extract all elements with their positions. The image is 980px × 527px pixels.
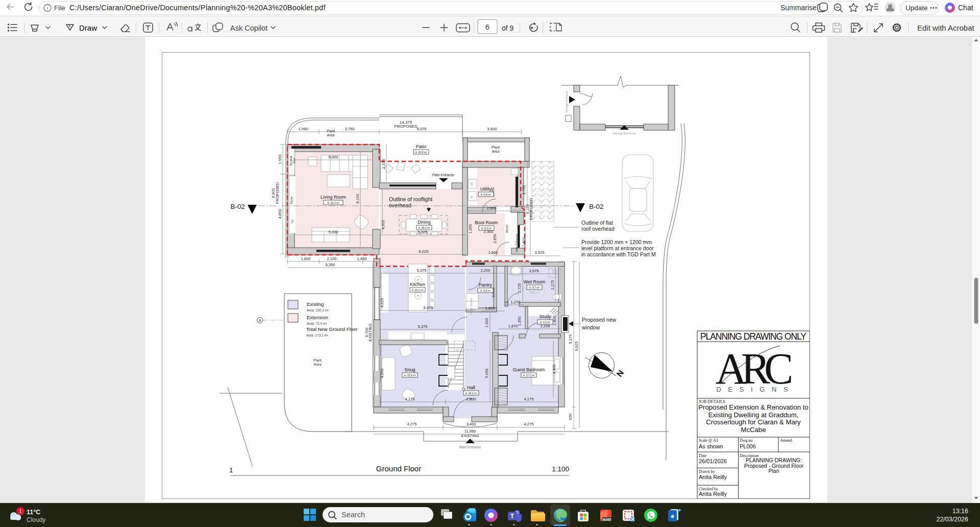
svg-text:6,100: 6,100 [355,194,360,204]
svg-text:Area: 100.3 m²: Area: 100.3 m² [307,308,329,312]
svg-text:A: 6.0 m²: A: 6.0 m² [540,321,551,324]
svg-text:Area: Area [314,363,322,366]
svg-text:overhead: overhead [389,202,411,208]
svg-text:Area: Area [327,133,335,137]
svg-text:2,800: 2,800 [467,397,476,401]
svg-text:Wet Room: Wet Room [524,279,545,284]
svg-text:3,400: 3,400 [467,422,476,426]
svg-text:A: 26.3 m²: A: 26.3 m² [418,226,430,229]
svg-text:Outline of rooflight: Outline of rooflight [389,196,432,202]
svg-text:T: T [510,513,514,520]
svg-text:A: 23.9 m²: A: 23.9 m² [415,151,427,154]
svg-text:♠: ♠ [671,512,674,520]
svg-text:Draw: Draw [79,23,97,32]
svg-text:Area: Area [492,150,500,153]
svg-text:D E S I G N S: D E S I G N S [716,386,790,393]
svg-text:1:100: 1:100 [552,465,569,473]
svg-text:Stove: Stove [290,196,293,204]
svg-text:4,850: 4,850 [278,209,282,219]
svg-text:1,950: 1,950 [299,127,308,131]
svg-text:Bench: Bench [505,225,508,233]
svg-text:5,000: 5,000 [329,155,338,159]
svg-text:6,025: 6,025 [419,249,429,254]
svg-text:Boot Room: Boot Room [475,220,498,225]
svg-text:2,200: 2,200 [481,268,491,273]
svg-text:1,800: 1,800 [301,256,311,261]
svg-text:2,100: 2,100 [327,256,337,261]
svg-text:Existing: Existing [307,301,324,307]
svg-text:4,500: 4,500 [381,220,385,230]
svg-text:File: File [54,4,65,12]
svg-text:Ground Floor: Ground Floor [376,464,421,473]
svg-text:2,275: 2,275 [550,280,555,290]
svg-text:W: W [470,196,473,199]
svg-text:A: 18.3 m²: A: 18.3 m² [465,392,477,395]
svg-text:A: 8.7 m²: A: 8.7 m² [529,286,540,289]
svg-text:3,750: 3,750 [522,185,526,195]
svg-text:Drawn by: Drawn by [699,469,715,474]
svg-text:McCabe: McCabe [741,426,766,434]
svg-text:5,075: 5,075 [417,127,427,131]
svg-text:C:/Users/Ciaran/OneDrive/Docum: C:/Users/Ciaran/OneDrive/Documents/Plann… [69,4,326,12]
svg-text:4,175: 4,175 [405,397,415,401]
svg-text:window: window [581,324,600,330]
svg-text:Hall: Hall [467,385,475,390]
svg-text:11°C: 11°C [27,509,40,516]
svg-text:Garage Entrance: Garage Entrance [612,132,636,135]
svg-text:Proposed new: Proposed new [582,317,617,323]
svg-text:A: 17.2 m²: A: 17.2 m² [523,374,534,377]
svg-text:5,350: 5,350 [326,262,335,267]
svg-text:As shown: As shown [699,443,723,449]
svg-text:Outline of flat: Outline of flat [581,220,613,226]
svg-text:4,275: 4,275 [407,422,417,426]
svg-text:4,000: 4,000 [380,369,384,378]
svg-text:5,050: 5,050 [484,369,489,378]
svg-text:5,375: 5,375 [418,324,428,329]
svg-text:B-02: B-02 [589,203,604,210]
svg-text:Plant: Plant [492,146,500,149]
svg-text:Proposed Extension & Renovatio: Proposed Extension & Renovation to [698,403,808,411]
svg-text:1,270: 1,270 [511,300,521,304]
svg-text:A: 6.6 m²: A: 6.6 m² [481,193,492,196]
svg-text:650: 650 [568,414,573,420]
svg-text:4,175: 4,175 [524,397,534,401]
svg-text:5,975: 5,975 [424,305,433,310]
svg-text:2,400: 2,400 [522,237,526,247]
svg-text:1,350: 1,350 [468,224,473,234]
svg-text:Main Entrance: Main Entrance [459,445,481,449]
svg-text:Crosserlough for Ciaran & Mary: Crosserlough for Ciaran & Mary [706,418,801,426]
svg-text:A: A [259,319,261,322]
svg-text:5,325: 5,325 [418,230,428,234]
svg-text:1: 1 [19,508,22,514]
svg-text:Chat: Chat [958,4,973,12]
svg-text:A: 31.4 m²: A: 31.4 m² [327,201,339,204]
svg-text:Anita Reilly: Anita Reilly [699,474,727,480]
svg-text:3,600: 3,600 [487,127,497,131]
svg-text:Amend.: Amend. [780,438,793,443]
svg-text:Living Room: Living Room [321,195,346,200]
svg-text:Area: 72.9 m²: Area: 72.9 m² [307,322,327,325]
svg-text:2,725: 2,725 [517,283,522,293]
svg-text:1,870: 1,870 [508,324,518,328]
svg-text:4,275: 4,275 [524,422,534,426]
svg-text:B-02: B-02 [230,203,245,210]
svg-text:Anita Reilly: Anita Reilly [699,491,727,497]
svg-text:Fridge Freezer: Fridge Freezer [470,298,473,315]
svg-text:Search: Search [341,511,365,519]
svg-text:in accordance with TGD Part M: in accordance with TGD Part M [581,251,656,257]
svg-text:1,950: 1,950 [278,155,282,164]
svg-text:Plant: Plant [313,358,322,362]
svg-text:2,900: 2,900 [487,206,497,210]
svg-text:Update: Update [905,4,928,12]
svg-text:Dining: Dining [418,220,431,225]
svg-text:Patio Entrance: Patio Entrance [432,173,454,177]
svg-text:26/01/2026: 26/01/2026 [699,458,727,464]
svg-text:Plant: Plant [327,129,335,133]
svg-text:Extension: Extension [307,315,328,320]
svg-text:Cloudy: Cloudy [27,516,45,523]
svg-text:level platform at entrance doo: level platform at entrance door [581,245,654,251]
svg-text:Study: Study [539,314,551,319]
svg-text:TV: TV [291,220,294,224]
svg-text:9,275: 9,275 [568,334,573,344]
svg-text:6: 6 [485,23,489,31]
